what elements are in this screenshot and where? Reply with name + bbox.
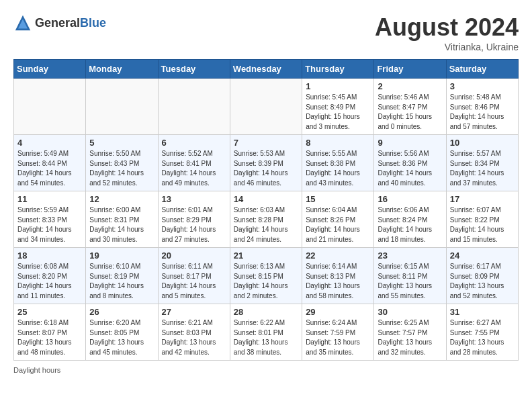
day-number: 3 [450,81,515,91]
day-number: 28 [234,307,298,317]
day-info: Sunrise: 6:14 AMSunset: 8:13 PMDaylight:… [306,262,370,301]
day-info: Sunrise: 6:11 AMSunset: 8:17 PMDaylight:… [162,262,226,301]
logo: GeneralBlue [13,13,106,32]
day-info: Sunrise: 5:49 AMSunset: 8:44 PMDaylight:… [17,149,82,188]
calendar-cell: 24Sunrise: 6:17 AMSunset: 8:09 PMDayligh… [446,248,518,304]
day-number: 19 [89,250,154,261]
day-number: 7 [234,138,298,148]
day-info: Sunrise: 6:21 AMSunset: 8:03 PMDaylight:… [162,318,226,357]
logo-icon [13,13,32,32]
location-subtitle: Vitrianka, Ukraine [375,42,519,52]
day-number: 20 [162,250,226,261]
calendar-cell: 4Sunrise: 5:49 AMSunset: 8:44 PMDaylight… [14,135,86,191]
calendar-cell: 30Sunrise: 6:25 AMSunset: 7:57 PMDayligh… [374,304,446,361]
day-info: Sunrise: 5:46 AMSunset: 8:47 PMDaylight:… [378,93,442,132]
calendar-cell [230,79,302,135]
day-info: Sunrise: 6:08 AMSunset: 8:20 PMDaylight:… [17,262,82,301]
day-info: Sunrise: 6:17 AMSunset: 8:09 PMDaylight:… [450,262,515,301]
calendar-cell: 26Sunrise: 6:20 AMSunset: 8:05 PMDayligh… [86,304,158,361]
calendar-cell: 22Sunrise: 6:14 AMSunset: 8:13 PMDayligh… [302,248,374,304]
calendar-table: Sunday Monday Tuesday Wednesday Thursday… [13,59,519,361]
day-info: Sunrise: 5:57 AMSunset: 8:34 PMDaylight:… [450,149,515,188]
calendar-cell: 8Sunrise: 5:55 AMSunset: 8:38 PMDaylight… [302,135,374,191]
day-info: Sunrise: 5:56 AMSunset: 8:36 PMDaylight:… [378,149,442,188]
day-info: Sunrise: 6:18 AMSunset: 8:07 PMDaylight:… [17,318,82,357]
day-number: 26 [89,307,154,317]
day-number: 17 [450,194,515,204]
day-number: 13 [162,194,226,204]
day-info: Sunrise: 5:45 AMSunset: 8:49 PMDaylight:… [306,93,370,132]
day-number: 11 [17,194,82,204]
week-row-2: 4Sunrise: 5:49 AMSunset: 8:44 PMDaylight… [14,135,519,191]
day-number: 2 [378,81,442,91]
week-row-5: 25Sunrise: 6:18 AMSunset: 8:07 PMDayligh… [14,304,519,361]
logo-text-general: General [35,16,80,30]
calendar-cell: 20Sunrise: 6:11 AMSunset: 8:17 PMDayligh… [158,248,230,304]
calendar-cell: 12Sunrise: 6:00 AMSunset: 8:31 PMDayligh… [86,191,158,248]
day-number: 21 [234,250,298,261]
col-tuesday: Tuesday [158,60,230,79]
day-number: 4 [17,138,82,148]
calendar-cell: 16Sunrise: 6:06 AMSunset: 8:24 PMDayligh… [374,191,446,248]
day-number: 14 [234,194,298,204]
calendar-cell: 7Sunrise: 5:53 AMSunset: 8:39 PMDaylight… [230,135,302,191]
calendar-cell: 18Sunrise: 6:08 AMSunset: 8:20 PMDayligh… [14,248,86,304]
calendar-cell: 23Sunrise: 6:15 AMSunset: 8:11 PMDayligh… [374,248,446,304]
col-monday: Monday [86,60,158,79]
day-info: Sunrise: 6:25 AMSunset: 7:57 PMDaylight:… [378,318,442,357]
calendar-cell: 19Sunrise: 6:10 AMSunset: 8:19 PMDayligh… [86,248,158,304]
calendar-cell: 21Sunrise: 6:13 AMSunset: 8:15 PMDayligh… [230,248,302,304]
day-number: 23 [378,250,442,261]
calendar-cell: 3Sunrise: 5:48 AMSunset: 8:46 PMDaylight… [446,79,518,135]
calendar-cell: 11Sunrise: 5:59 AMSunset: 8:33 PMDayligh… [14,191,86,248]
day-number: 12 [89,194,154,204]
col-friday: Friday [374,60,446,79]
day-number: 15 [306,194,370,204]
calendar-cell: 10Sunrise: 5:57 AMSunset: 8:34 PMDayligh… [446,135,518,191]
calendar-cell: 31Sunrise: 6:27 AMSunset: 7:55 PMDayligh… [446,304,518,361]
day-number: 24 [450,250,515,261]
title-area: August 2024 Vitrianka, Ukraine [375,13,519,52]
day-info: Sunrise: 6:24 AMSunset: 7:59 PMDaylight:… [306,318,370,357]
day-info: Sunrise: 6:04 AMSunset: 8:26 PMDaylight:… [306,205,370,244]
calendar-cell [86,79,158,135]
col-wednesday: Wednesday [230,60,302,79]
day-info: Sunrise: 6:00 AMSunset: 8:31 PMDaylight:… [89,205,154,244]
footer-note: Daylight hours [13,366,519,374]
day-number: 29 [306,307,370,317]
week-row-1: 1Sunrise: 5:45 AMSunset: 8:49 PMDaylight… [14,79,519,135]
day-info: Sunrise: 5:53 AMSunset: 8:39 PMDaylight:… [234,149,298,188]
day-info: Sunrise: 6:07 AMSunset: 8:22 PMDaylight:… [450,205,515,244]
col-sunday: Sunday [14,60,86,79]
calendar-cell: 13Sunrise: 6:01 AMSunset: 8:29 PMDayligh… [158,191,230,248]
col-thursday: Thursday [302,60,374,79]
day-number: 1 [306,81,370,91]
day-number: 27 [162,307,226,317]
calendar-cell: 9Sunrise: 5:56 AMSunset: 8:36 PMDaylight… [374,135,446,191]
day-number: 6 [162,138,226,148]
day-number: 31 [450,307,515,317]
day-info: Sunrise: 5:55 AMSunset: 8:38 PMDaylight:… [306,149,370,188]
day-info: Sunrise: 6:22 AMSunset: 8:01 PMDaylight:… [234,318,298,357]
day-number: 9 [378,138,442,148]
page-header: GeneralBlue August 2024 Vitrianka, Ukrai… [13,13,519,52]
day-info: Sunrise: 5:50 AMSunset: 8:43 PMDaylight:… [89,149,154,188]
calendar-header-row: Sunday Monday Tuesday Wednesday Thursday… [14,60,519,79]
day-info: Sunrise: 6:10 AMSunset: 8:19 PMDaylight:… [89,262,154,301]
day-info: Sunrise: 6:27 AMSunset: 7:55 PMDaylight:… [450,318,515,357]
calendar-cell: 6Sunrise: 5:52 AMSunset: 8:41 PMDaylight… [158,135,230,191]
day-info: Sunrise: 5:59 AMSunset: 8:33 PMDaylight:… [17,205,82,244]
calendar-cell: 29Sunrise: 6:24 AMSunset: 7:59 PMDayligh… [302,304,374,361]
day-info: Sunrise: 6:06 AMSunset: 8:24 PMDaylight:… [378,205,442,244]
calendar-cell [14,79,86,135]
week-row-3: 11Sunrise: 5:59 AMSunset: 8:33 PMDayligh… [14,191,519,248]
day-number: 5 [89,138,154,148]
calendar-cell: 1Sunrise: 5:45 AMSunset: 8:49 PMDaylight… [302,79,374,135]
calendar-cell [158,79,230,135]
day-number: 16 [378,194,442,204]
day-number: 30 [378,307,442,317]
day-number: 10 [450,138,515,148]
day-info: Sunrise: 5:52 AMSunset: 8:41 PMDaylight:… [162,149,226,188]
day-info: Sunrise: 6:15 AMSunset: 8:11 PMDaylight:… [378,262,442,301]
day-info: Sunrise: 6:01 AMSunset: 8:29 PMDaylight:… [162,205,226,244]
